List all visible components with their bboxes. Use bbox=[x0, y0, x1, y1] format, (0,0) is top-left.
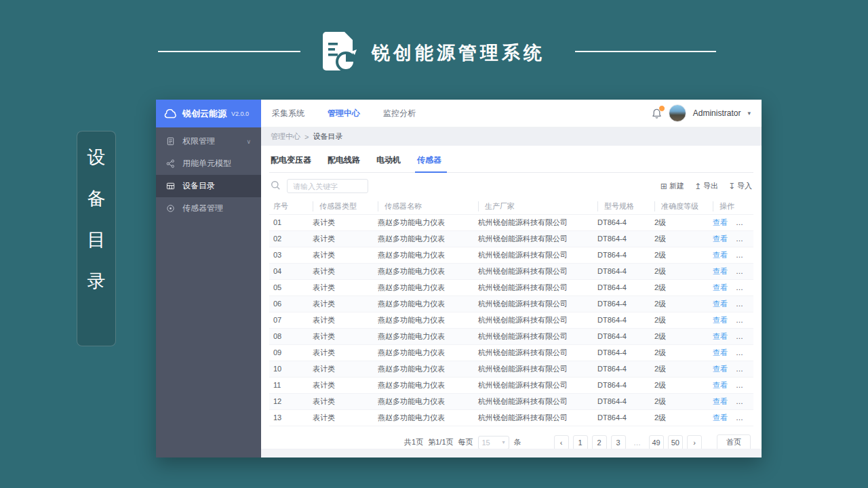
per-page-select[interactable]: 15 ▾ bbox=[478, 436, 509, 449]
view-link[interactable]: 查看 bbox=[713, 235, 728, 243]
sidebar-item-energy-unit-model[interactable]: 用能单元模型 bbox=[156, 152, 261, 175]
view-link[interactable]: 查看 bbox=[713, 283, 728, 291]
delete-link[interactable]: 删除 bbox=[736, 413, 751, 422]
sidebar-item-device-catalog[interactable]: 设备目录 bbox=[156, 175, 261, 197]
delete-link[interactable]: 删除 bbox=[736, 381, 751, 389]
cell-sensor-name: 燕赵多功能电力仪表 bbox=[374, 344, 474, 361]
delete-link[interactable]: 删除 bbox=[736, 267, 751, 275]
cell-serial: 04 bbox=[269, 263, 309, 279]
header-actions: 操作 bbox=[709, 199, 753, 214]
tab-sensor[interactable]: 传感器 bbox=[417, 155, 441, 172]
view-link[interactable]: 查看 bbox=[713, 316, 728, 324]
delete-link[interactable]: 删除 bbox=[736, 300, 751, 308]
cell-sensor-name: 燕赵多功能电力仪表 bbox=[374, 409, 474, 426]
delete-link[interactable]: 删除 bbox=[736, 316, 751, 324]
header-divider-left bbox=[158, 51, 300, 52]
cell-sensor-name: 燕赵多功能电力仪表 bbox=[374, 247, 474, 263]
cell-model: DT864-4 bbox=[593, 393, 650, 409]
topnav-management-center[interactable]: 管理中心 bbox=[328, 108, 360, 119]
page-ellipsis: … bbox=[630, 435, 645, 450]
cell-accuracy: 2级 bbox=[650, 409, 709, 426]
topnav-collection-system[interactable]: 采集系统 bbox=[272, 108, 304, 119]
search-input[interactable] bbox=[287, 179, 368, 193]
view-link[interactable]: 查看 bbox=[713, 251, 728, 259]
view-link[interactable]: 查看 bbox=[713, 397, 728, 405]
cell-model: DT864-4 bbox=[593, 247, 650, 263]
sidebar-item-sensor-management[interactable]: 传感器管理 bbox=[156, 197, 261, 220]
app-window: 锐创云能源 V2.0.0 权限管理 ∨ 用能单元模型 bbox=[156, 100, 762, 458]
table-row: 10 表计类 燕赵多功能电力仪表 杭州锐创能源科技有限公司 DT864-4 2级… bbox=[269, 361, 753, 377]
view-link[interactable]: 查看 bbox=[713, 413, 728, 422]
delete-link[interactable]: 删除 bbox=[736, 348, 751, 357]
cell-sensor-name: 燕赵多功能电力仪表 bbox=[374, 296, 474, 312]
next-page-button[interactable]: › bbox=[687, 435, 702, 450]
prev-page-button[interactable]: ‹ bbox=[554, 435, 569, 450]
breadcrumb-parent[interactable]: 管理中心 bbox=[271, 131, 300, 142]
cell-serial: 05 bbox=[269, 279, 309, 296]
header-serial: 序号 bbox=[269, 199, 309, 214]
page-button[interactable]: 2 bbox=[592, 435, 607, 450]
first-page-button[interactable]: 首页 bbox=[717, 434, 751, 451]
grid-icon bbox=[166, 182, 176, 190]
cell-manufacturer: 杭州锐创能源科技有限公司 bbox=[474, 377, 593, 393]
page-button[interactable]: 49 bbox=[649, 435, 664, 450]
delete-link[interactable]: 删除 bbox=[736, 218, 751, 226]
cell-manufacturer: 杭州锐创能源科技有限公司 bbox=[474, 409, 593, 426]
page-button[interactable]: 1 bbox=[573, 435, 588, 450]
tab-electric-motor[interactable]: 电动机 bbox=[376, 155, 401, 172]
table-row: 03 表计类 燕赵多功能电力仪表 杭州锐创能源科技有限公司 DT864-4 2级… bbox=[269, 247, 753, 263]
export-button[interactable]: ↥ 导出 bbox=[694, 181, 718, 191]
delete-link[interactable]: 删除 bbox=[736, 397, 751, 405]
cell-actions: 查看 删除 bbox=[709, 214, 753, 230]
cell-serial: 13 bbox=[269, 409, 309, 426]
cell-serial: 01 bbox=[269, 214, 309, 230]
view-link[interactable]: 查看 bbox=[713, 218, 728, 226]
cell-model: DT864-4 bbox=[593, 312, 650, 328]
cell-actions: 查看 删除 bbox=[709, 312, 753, 328]
breadcrumb: 管理中心 > 设备目录 bbox=[261, 127, 762, 146]
view-link[interactable]: 查看 bbox=[713, 381, 728, 389]
topnav-monitoring-analysis[interactable]: 监控分析 bbox=[383, 108, 416, 119]
cell-manufacturer: 杭州锐创能源科技有限公司 bbox=[474, 214, 593, 230]
vertical-label-device-catalog: 设 备 目 录 bbox=[77, 131, 116, 346]
brand-version: V2.0.0 bbox=[231, 110, 249, 117]
cell-sensor-type: 表计类 bbox=[309, 328, 374, 344]
cell-accuracy: 2级 bbox=[650, 344, 709, 361]
cell-model: DT864-4 bbox=[593, 361, 650, 377]
view-link[interactable]: 查看 bbox=[713, 332, 728, 340]
page-button[interactable]: 50 bbox=[668, 435, 683, 450]
cell-serial: 02 bbox=[269, 230, 309, 247]
avatar[interactable] bbox=[669, 104, 686, 122]
view-link[interactable]: 查看 bbox=[713, 267, 728, 275]
cell-actions: 查看 删除 bbox=[709, 279, 753, 296]
per-page-stepper-icon: ▾ bbox=[502, 439, 505, 445]
delete-link[interactable]: 删除 bbox=[736, 235, 751, 243]
sidebar-item-permission-management[interactable]: 权限管理 ∨ bbox=[156, 130, 261, 152]
cell-accuracy: 2级 bbox=[650, 328, 709, 344]
cell-sensor-name: 燕赵多功能电力仪表 bbox=[374, 361, 474, 377]
table-row: 13 表计类 燕赵多功能电力仪表 杭州锐创能源科技有限公司 DT864-4 2级… bbox=[269, 409, 753, 426]
notification-bell-icon[interactable] bbox=[652, 108, 662, 119]
tab-distribution-line[interactable]: 配电线路 bbox=[328, 155, 360, 172]
delete-link[interactable]: 删除 bbox=[736, 365, 751, 373]
delete-link[interactable]: 删除 bbox=[736, 251, 751, 259]
cell-serial: 08 bbox=[269, 328, 309, 344]
delete-link[interactable]: 删除 bbox=[736, 283, 751, 291]
cell-manufacturer: 杭州锐创能源科技有限公司 bbox=[474, 344, 593, 361]
cell-accuracy: 2级 bbox=[650, 279, 709, 296]
current-page-text: 第1/1页 bbox=[428, 437, 453, 447]
delete-link[interactable]: 删除 bbox=[736, 332, 751, 340]
cell-sensor-name: 燕赵多功能电力仪表 bbox=[374, 328, 474, 344]
page-button[interactable]: 3 bbox=[611, 435, 626, 450]
topbar-user-area: Administrator ▾ bbox=[652, 104, 751, 122]
view-link[interactable]: 查看 bbox=[713, 365, 728, 373]
new-button[interactable]: ⊞ 新建 bbox=[660, 181, 684, 191]
tab-distribution-transformer[interactable]: 配电变压器 bbox=[271, 155, 311, 172]
user-menu-caret-icon[interactable]: ▾ bbox=[747, 110, 751, 117]
cell-serial: 03 bbox=[269, 247, 309, 263]
import-icon: ↧ bbox=[728, 182, 735, 191]
view-link[interactable]: 查看 bbox=[713, 300, 728, 308]
view-link[interactable]: 查看 bbox=[713, 348, 728, 357]
sensor-table: 序号 传感器类型 传感器名称 生产厂家 型号规格 准确度等级 操作 01 表计类 bbox=[269, 199, 753, 426]
import-button[interactable]: ↧ 导入 bbox=[728, 181, 752, 191]
